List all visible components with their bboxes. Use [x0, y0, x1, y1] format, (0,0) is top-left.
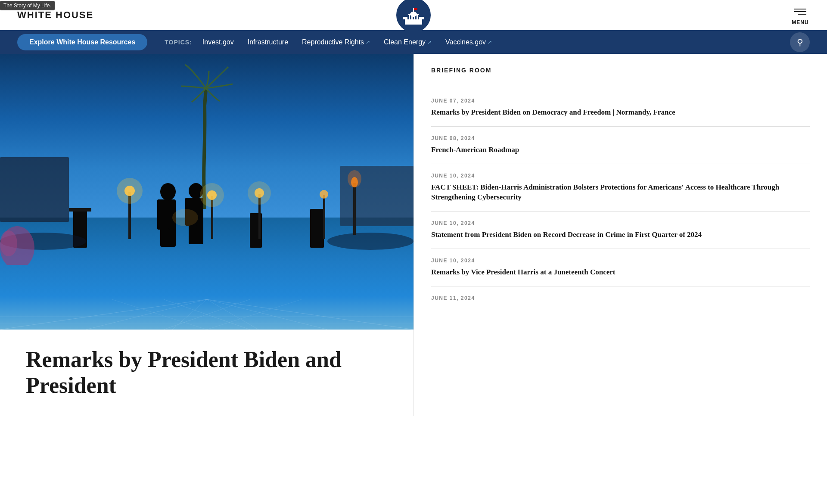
svg-rect-7 [418, 15, 419, 19]
svg-rect-10 [414, 8, 417, 10]
svg-rect-45 [323, 195, 325, 239]
briefing-item-1: JUNE 08, 2024 French-American Roadmap [431, 127, 810, 164]
nav-link-reproductive[interactable]: Reproductive Rights ↗ [302, 38, 370, 46]
stage-figures-svg [0, 157, 414, 261]
svg-point-50 [327, 233, 414, 250]
briefing-link-0[interactable]: Remarks by President Biden on Democracy … [431, 107, 810, 118]
svg-rect-0 [405, 19, 422, 25]
menu-button[interactable]: MENU [791, 5, 810, 25]
svg-point-38 [117, 178, 143, 204]
hero-caption: Remarks by President Biden and President [0, 330, 414, 416]
explore-button[interactable]: Explore White House Resources [17, 34, 147, 50]
svg-rect-9 [413, 8, 414, 13]
svg-point-35 [172, 209, 198, 226]
whitehouse-logo[interactable] [396, 0, 431, 32]
svg-point-27 [160, 183, 176, 200]
nav-links: Invest.gov Infrastructure Reproductive R… [202, 38, 790, 46]
nav-link-reproductive-text: Reproductive Rights [302, 38, 364, 46]
svg-rect-3 [407, 15, 409, 19]
nav-link-vaccines-text: Vaccines.gov [445, 38, 486, 46]
briefing-room-sidebar: BRIEFING ROOM JUNE 07, 2024 Remarks by P… [414, 54, 827, 416]
tooltip-badge: The Story of My Life. [0, 1, 55, 10]
flowers [0, 222, 52, 265]
hero-image [0, 54, 414, 330]
briefing-date-1: JUNE 08, 2024 [431, 135, 810, 141]
topics-label: TOPICS: [165, 39, 192, 46]
svg-point-44 [248, 181, 271, 205]
external-link-icon: ↗ [366, 39, 370, 45]
briefing-item-2: JUNE 10, 2024 FACT SHEET: Biden-Harris A… [431, 164, 810, 212]
briefing-date-4: JUNE 10, 2024 [431, 258, 810, 264]
svg-rect-26 [310, 209, 324, 248]
briefing-room-title: BRIEFING ROOM [431, 67, 810, 79]
search-icon: ⚲ [797, 37, 803, 47]
svg-rect-29 [157, 199, 163, 230]
navigation-bar: Explore White House Resources TOPICS: In… [0, 30, 827, 54]
briefing-date-5: JUNE 11, 2024 [431, 295, 810, 301]
search-button[interactable]: ⚲ [790, 32, 810, 52]
briefing-link-1[interactable]: French-American Roadmap [431, 145, 810, 155]
hero-title: Remarks by President Biden and President [26, 347, 388, 398]
briefing-item-0: JUNE 07, 2024 Remarks by President Biden… [431, 89, 810, 127]
svg-point-41 [200, 183, 224, 207]
hero-section: Remarks by President Biden and President [0, 54, 414, 416]
svg-rect-24 [69, 208, 91, 212]
briefing-date-0: JUNE 07, 2024 [431, 98, 810, 104]
briefing-item-5: JUNE 11, 2024 [431, 286, 810, 313]
briefing-item-4: JUNE 10, 2024 Remarks by Vice President … [431, 249, 810, 286]
nav-link-invest[interactable]: Invest.gov [202, 38, 234, 46]
svg-point-55 [0, 230, 17, 256]
briefing-item-3: JUNE 10, 2024 Statement from President B… [431, 212, 810, 249]
nav-link-vaccines[interactable]: Vaccines.gov ↗ [445, 38, 492, 46]
briefing-link-3[interactable]: Statement from President Biden on Record… [431, 230, 810, 240]
external-link-icon-2: ↗ [427, 39, 432, 45]
site-title: WHITE HOUSE [17, 9, 93, 21]
svg-rect-51 [353, 183, 356, 235]
external-link-icon-3: ↗ [488, 39, 492, 45]
briefing-link-2[interactable]: FACT SHEET: Biden-Harris Administration … [431, 182, 810, 203]
briefing-date-2: JUNE 10, 2024 [431, 173, 810, 179]
menu-label: MENU [792, 19, 808, 25]
logo-container[interactable] [396, 0, 431, 32]
svg-rect-47 [0, 157, 69, 222]
briefing-date-3: JUNE 10, 2024 [431, 220, 810, 226]
briefing-link-4[interactable]: Remarks by Vice President Harris at a Ju… [431, 267, 810, 277]
main-content: Remarks by President Biden and President… [0, 54, 827, 416]
header-left: The Story of My Life. WHITE HOUSE [17, 9, 93, 21]
svg-line-14 [207, 299, 258, 330]
svg-point-53 [348, 170, 361, 187]
svg-line-21 [112, 299, 207, 330]
svg-line-22 [207, 299, 302, 330]
nav-link-clean-energy[interactable]: Clean Energy ↗ [384, 38, 432, 46]
svg-point-46 [320, 190, 328, 199]
site-header: The Story of My Life. WHITE HOUSE [0, 0, 827, 30]
hamburger-icon [791, 5, 810, 18]
nav-link-clean-energy-text: Clean Energy [384, 38, 426, 46]
nav-link-infrastructure[interactable]: Infrastructure [248, 38, 288, 46]
